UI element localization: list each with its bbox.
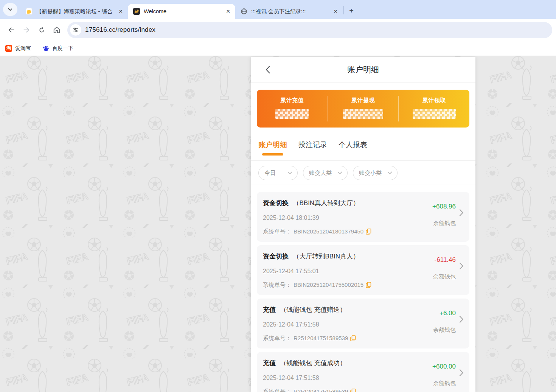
filter-minor-type-select[interactable]: 账变小类 [353,166,398,180]
tx-amount: +600.00 [432,363,456,370]
page-background: FIFA [0,56,556,392]
reload-button[interactable] [34,22,49,37]
tx-order-number: BBIN202512041755002015 [294,281,363,289]
browser-tabstrip: 【新提醒】海燕策略论坛 - 综合 ✕ Welcome ✕ :::视讯 会员下注纪… [0,0,556,19]
browser-toolbar: 175616.cc/reports/index [0,19,556,41]
tx-order-label: 系统单号： [263,334,291,342]
tx-order-number: R2512041751589539 [294,387,348,392]
transaction-row[interactable]: 资金切换 （大厅转到BBIN真人） 2025-12-04 17:55:01 系统… [257,245,469,295]
tab-account-detail[interactable]: 账户明细 [258,139,287,160]
tx-type: 充值 [263,306,276,313]
home-icon [53,26,61,34]
chevron-right-icon [459,316,463,323]
transaction-row[interactable]: 充值 （钱能钱包 充值赠送） 2025-12-04 17:51:58 系统单号：… [257,299,469,348]
browser-tab-welcome[interactable]: Welcome ✕ [128,4,235,19]
tx-detail: （BBIN真人转到大厅） [293,199,359,207]
censored-value [343,109,383,119]
chevron-down-icon [387,171,392,174]
welcome-favicon-icon [133,8,140,15]
chevron-down-icon [8,8,12,11]
tx-wallet: 余额钱包 [433,273,456,280]
taobao-icon: 淘 [5,45,12,52]
tab-title: 【新提醒】海燕策略论坛 - 综合 [36,8,113,15]
copy-icon[interactable] [366,282,371,288]
baidu-paw-icon [42,45,49,52]
tx-type: 资金切换 [263,199,289,207]
tab-close-icon[interactable]: ✕ [332,8,339,15]
panel-header: 账户明细 [251,57,475,82]
chevron-right-icon [459,369,463,376]
summary-card: 累计充值 累计提现 累计领取 [257,90,469,128]
active-tab-underline [262,153,283,156]
url-text[interactable]: 175616.cc/reports/index [85,26,155,34]
address-bar[interactable]: 175616.cc/reports/index [67,22,552,38]
page-title: 账户明细 [347,64,379,75]
tx-detail: （钱能钱包 充值赠送） [280,306,346,313]
chevron-down-icon [337,171,342,174]
copy-icon[interactable] [350,389,356,392]
tab-bet-records[interactable]: 投注记录 [298,139,327,160]
back-button[interactable] [4,22,19,37]
home-button[interactable] [49,22,64,37]
tx-amount: -611.46 [435,256,456,264]
tx-wallet: 余额钱包 [433,327,456,334]
chevron-right-icon [459,262,463,270]
tab-title: :::视讯 会员下注纪录::: [251,8,328,15]
transaction-list: 资金切换 （BBIN真人转到大厅） 2025-12-04 18:01:39 系统… [251,185,475,392]
transaction-row[interactable]: 充值 （钱能钱包 充值成功） 2025-12-04 17:51:58 系统单号：… [257,352,469,392]
tx-detail: （钱能钱包 充值成功） [280,359,346,367]
forward-button[interactable] [19,22,34,37]
tx-wallet: 余额钱包 [433,220,456,227]
tx-order-label: 系统单号： [263,281,291,289]
report-tabs: 账户明细 投注记录 个人报表 [251,139,475,161]
site-settings-button[interactable] [70,24,81,36]
filter-date-select[interactable]: 今日 [258,166,298,180]
tx-type: 资金切换 [263,253,289,260]
tab-close-icon[interactable]: ✕ [225,8,231,15]
globe-icon [241,8,247,15]
tab-search-button[interactable] [3,3,17,16]
tx-type: 充值 [263,359,276,367]
tx-detail: （大厅转到BBIN真人） [293,253,359,260]
summary-total-withdraw: 累计提现 [328,90,399,128]
browser-tab-forum[interactable]: 【新提醒】海燕策略论坛 - 综合 ✕ [20,4,128,19]
censored-value [413,109,456,119]
tx-order-number: BBIN202512041801379450 [294,227,363,235]
copy-icon[interactable] [350,335,356,341]
tx-order-number: R2512041751589539 [294,334,348,342]
censored-value [275,109,309,119]
tx-order-label: 系统单号： [263,387,291,392]
tx-wallet: 余额钱包 [433,380,456,387]
forward-arrow-icon [22,26,31,34]
back-arrow-icon [7,26,16,34]
summary-total-claim: 累计领取 [399,90,469,128]
chevron-down-icon [287,171,292,174]
filter-row: 今日 账变大类 账变小类 [251,161,475,185]
transaction-row[interactable]: 资金切换 （BBIN真人转到大厅） 2025-12-04 18:01:39 系统… [257,192,469,242]
browser-tab-records[interactable]: :::视讯 会员下注纪录::: ✕ [235,4,343,19]
forum-favicon-icon [26,8,33,15]
tab-title: Welcome [144,8,221,14]
summary-total-deposit: 累计充值 [257,90,328,128]
tab-separator [343,6,344,14]
reload-icon [38,26,46,34]
tab-close-icon[interactable]: ✕ [117,8,124,15]
bookmarks-bar: 淘 爱淘宝 百度一下 [0,41,556,56]
back-nav-button[interactable] [261,63,274,76]
tx-order-label: 系统单号： [263,227,291,235]
tab-personal-report[interactable]: 个人报表 [339,139,367,160]
tx-amount: +608.96 [432,203,456,210]
bookmark-baidu[interactable]: 百度一下 [42,45,73,52]
account-detail-panel: 账户明细 累计充值 累计提现 累计领取 账户明细 [251,57,475,392]
copy-icon[interactable] [366,229,371,235]
bookmark-taobao[interactable]: 淘 爱淘宝 [5,45,31,52]
tx-amount: +6.00 [440,310,456,317]
filter-major-type-select[interactable]: 账变大类 [303,166,348,180]
chevron-right-icon [459,209,463,216]
new-tab-button[interactable]: + [346,5,357,16]
site-settings-icon [73,27,78,33]
chevron-left-icon [266,65,270,74]
